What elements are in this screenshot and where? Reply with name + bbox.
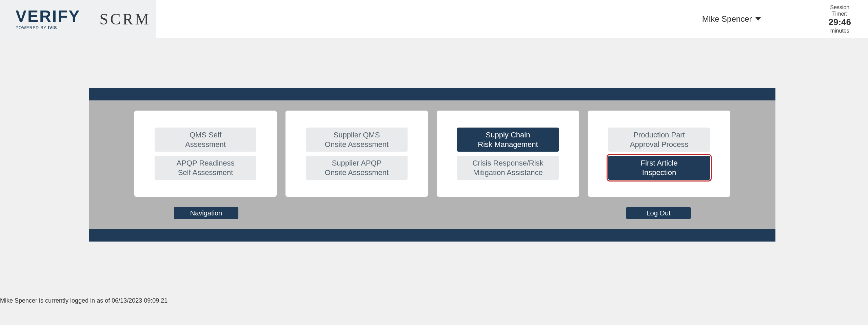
- tile-supplier-apqp-onsite-assessment[interactable]: Supplier APQP Onsite Assessment: [306, 156, 408, 180]
- product-name: SCRM: [99, 10, 151, 28]
- card-2: Supplier QMS Onsite Assessment Supplier …: [285, 111, 428, 197]
- top-bar: VERIFY POWERED BY IVIS SCRM Mike Spencer…: [0, 0, 868, 38]
- bottom-button-row: Navigation Log Out: [118, 207, 747, 219]
- status-line: Mike Spencer is currently logged in as o…: [0, 297, 167, 304]
- tile-crisis-response-risk-mitigation[interactable]: Crisis Response/Risk Mitigation Assistan…: [457, 156, 559, 180]
- logout-button[interactable]: Log Out: [626, 207, 691, 219]
- card-row: QMS Self Assessment APQP Readiness Self …: [118, 111, 747, 197]
- tile-first-article-inspection[interactable]: First Article Inspection: [608, 156, 710, 180]
- tile-qms-self-assessment[interactable]: QMS Self Assessment: [155, 128, 256, 152]
- card-3: Supply Chain Risk Management Crisis Resp…: [437, 111, 579, 197]
- user-area: Mike Spencer Session Timer: 29:46 minute…: [702, 0, 868, 38]
- user-name: Mike Spencer: [702, 14, 752, 24]
- logo-main-text: VERIFY: [16, 8, 80, 24]
- session-timer: Session Timer: 29:46 minutes: [829, 4, 855, 34]
- tile-supplier-qms-onsite-assessment[interactable]: Supplier QMS Onsite Assessment: [306, 128, 408, 152]
- topbar-spacer: [156, 0, 702, 38]
- tile-supply-chain-risk-management[interactable]: Supply Chain Risk Management: [457, 128, 559, 152]
- user-menu[interactable]: Mike Spencer: [702, 14, 761, 24]
- session-label-2: Timer:: [832, 11, 847, 17]
- verify-logo: VERIFY POWERED BY IVIS: [16, 8, 80, 30]
- panel-body: QMS Self Assessment APQP Readiness Self …: [89, 100, 775, 229]
- logo-subtext: POWERED BY IVIS: [16, 26, 80, 30]
- main-panel: QMS Self Assessment APQP Readiness Self …: [89, 88, 775, 242]
- tile-production-part-approval-process[interactable]: Production Part Approval Process: [608, 128, 710, 152]
- session-label-1: Session: [830, 4, 849, 11]
- tile-apqp-readiness-self-assessment[interactable]: APQP Readiness Self Assessment: [155, 156, 256, 180]
- panel-footer-bar: [89, 229, 775, 242]
- panel-header-bar: [89, 88, 775, 100]
- session-time: 29:46: [829, 17, 851, 27]
- card-4: Production Part Approval Process First A…: [588, 111, 730, 197]
- logo-area: VERIFY POWERED BY IVIS SCRM: [0, 0, 156, 38]
- session-unit: minutes: [830, 27, 849, 34]
- card-1: QMS Self Assessment APQP Readiness Self …: [134, 111, 277, 197]
- navigation-button[interactable]: Navigation: [174, 207, 238, 219]
- chevron-down-icon: [755, 17, 761, 21]
